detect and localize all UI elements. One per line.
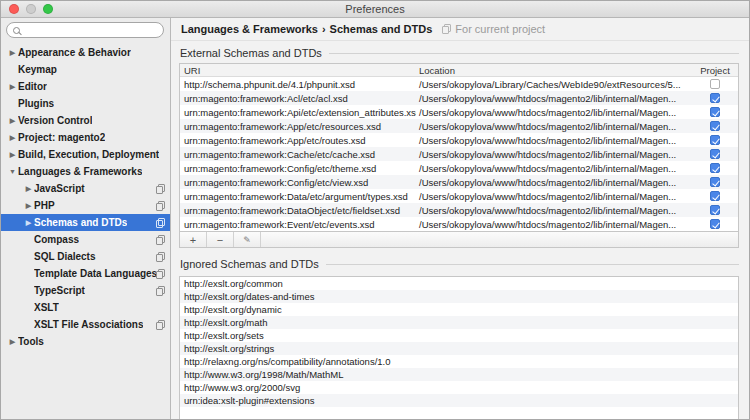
chevron-down-icon[interactable]: ▼	[7, 168, 18, 175]
sidebar-item-project-magento2[interactable]: ▶Project: magento2	[1, 129, 170, 146]
remove-button[interactable]: −	[207, 232, 234, 247]
table-row[interactable]: urn:magento:framework:App/etc/resources.…	[180, 119, 738, 133]
project-checkbox[interactable]	[710, 219, 720, 229]
chevron-right-icon[interactable]: ▶	[7, 83, 18, 91]
table-row[interactable]: urn:magento:framework:Cache/etc/cache.xs…	[180, 147, 738, 161]
ignored-item[interactable]: urn:idea:xslt-plugin#extensions	[180, 394, 738, 407]
sidebar-item-label: XSLT	[34, 302, 59, 313]
table-toolbar: + − ✎	[179, 232, 739, 248]
location-cell: /Users/okopylova/www/htdocs/magento2/lib…	[416, 149, 692, 160]
project-cell	[692, 205, 738, 215]
project-checkbox[interactable]	[710, 191, 720, 201]
sidebar-item-label: PHP	[34, 200, 55, 211]
sidebar-item-build-execution-deployment[interactable]: ▶Build, Execution, Deployment	[1, 146, 170, 163]
table-row[interactable]: urn:magento:framework:Config/etc/theme.x…	[180, 161, 738, 175]
chevron-right-icon[interactable]: ▶	[23, 185, 34, 193]
project-checkbox[interactable]	[710, 205, 720, 215]
chevron-right-icon[interactable]: ▶	[23, 202, 34, 210]
location-cell: /Users/okopylova/www/htdocs/magento2/lib…	[416, 219, 692, 230]
sidebar-item-plugins[interactable]: Plugins	[1, 95, 170, 112]
location-cell: /Users/okopylova/www/htdocs/magento2/lib…	[416, 121, 692, 132]
table-row[interactable]: urn:magento:framework:Config/etc/view.xs…	[180, 175, 738, 189]
project-checkbox[interactable]	[710, 107, 720, 117]
ignored-item[interactable]: http://exslt.org/dynamic	[180, 303, 738, 316]
project-cell	[692, 107, 738, 117]
sidebar-item-appearance-behavior[interactable]: ▶Appearance & Behavior	[1, 44, 170, 61]
chevron-right-icon[interactable]: ▶	[7, 117, 18, 125]
column-header-project[interactable]: Project	[692, 65, 738, 76]
uri-cell: urn:magento:framework:Config/etc/theme.x…	[180, 163, 416, 174]
project-checkbox[interactable]	[710, 79, 720, 89]
project-checkbox[interactable]	[710, 177, 720, 187]
ignored-item[interactable]: http://exslt.org/math	[180, 316, 738, 329]
sidebar-item-languages-frameworks[interactable]: ▼Languages & Frameworks	[1, 163, 170, 180]
chevron-right-icon[interactable]: ▶	[7, 134, 18, 142]
search-field[interactable]	[6, 22, 164, 38]
uri-cell: urn:magento:framework:App/etc/resources.…	[180, 121, 416, 132]
sidebar-item-template-data-languages[interactable]: Template Data Languages	[1, 265, 170, 282]
location-cell: /Users/okopylova/www/htdocs/magento2/lib…	[416, 93, 692, 104]
sidebar-item-schemas-and-dtds[interactable]: ▶Schemas and DTDs	[1, 214, 170, 231]
table-row[interactable]: urn:magento:framework:App/etc/routes.xsd…	[180, 133, 738, 147]
sidebar-item-sql-dialects[interactable]: SQL Dialects	[1, 248, 170, 265]
sidebar-item-javascript[interactable]: ▶JavaScript	[1, 180, 170, 197]
title-bar: Preferences	[1, 1, 749, 18]
chevron-right-icon[interactable]: ▶	[23, 219, 34, 227]
breadcrumb-parent: Languages & Frameworks	[181, 23, 318, 35]
sidebar-item-php[interactable]: ▶PHP	[1, 197, 170, 214]
chevron-right-icon[interactable]: ▶	[7, 151, 18, 159]
sidebar-item-label: Appearance & Behavior	[18, 47, 131, 58]
ignored-item[interactable]: http://exslt.org/strings	[180, 342, 738, 355]
ignored-item[interactable]: http://exslt.org/sets	[180, 329, 738, 342]
sidebar-item-label: Project: magento2	[18, 132, 105, 143]
search-icon	[13, 27, 20, 34]
project-checkbox[interactable]	[710, 93, 720, 103]
close-button[interactable]	[9, 4, 19, 14]
table-row[interactable]: urn:magento:framework:Event/etc/events.x…	[180, 217, 738, 231]
project-checkbox[interactable]	[710, 163, 720, 173]
sidebar-item-editor[interactable]: ▶Editor	[1, 78, 170, 95]
uri-cell: urn:magento:framework:Cache/etc/cache.xs…	[180, 149, 416, 160]
project-config-icon	[156, 235, 165, 245]
add-button[interactable]: +	[180, 232, 207, 247]
breadcrumb-separator: ›	[322, 23, 326, 35]
project-config-icon	[156, 184, 165, 194]
sidebar-item-label: Build, Execution, Deployment	[18, 149, 159, 160]
sidebar-item-xslt-file-associations[interactable]: XSLT File Associations	[1, 316, 170, 333]
ignored-item[interactable]: http://exslt.org/common	[180, 277, 738, 290]
ignored-item[interactable]: http://www.w3.org/1998/Math/MathML	[180, 368, 738, 381]
ignored-item[interactable]: http://www.w3.org/2000/svg	[180, 381, 738, 394]
sidebar-item-version-control[interactable]: ▶Version Control	[1, 112, 170, 129]
table-row[interactable]: urn:magento:framework:Acl/etc/acl.xsd/Us…	[180, 91, 738, 105]
ignored-item[interactable]: http://relaxng.org/ns/compatibility/anno…	[180, 355, 738, 368]
project-config-icon	[156, 201, 165, 211]
sidebar-item-xslt[interactable]: XSLT	[1, 299, 170, 316]
column-header-location[interactable]: Location	[416, 65, 692, 76]
sidebar-item-label: Version Control	[18, 115, 92, 126]
search-input[interactable]	[23, 25, 157, 36]
table-row[interactable]: urn:magento:framework:DataObject/etc/fie…	[180, 203, 738, 217]
page-title: Schemas and DTDs	[330, 23, 433, 35]
sidebar-item-compass[interactable]: Compass	[1, 231, 170, 248]
project-checkbox[interactable]	[710, 135, 720, 145]
sidebar-item-keymap[interactable]: Keymap	[1, 61, 170, 78]
zoom-button[interactable]	[43, 4, 53, 14]
project-checkbox[interactable]	[710, 149, 720, 159]
sidebar-item-tools[interactable]: ▶Tools	[1, 333, 170, 350]
edit-icon[interactable]: ✎	[234, 232, 261, 247]
chevron-right-icon[interactable]: ▶	[7, 49, 18, 57]
ignored-schemas-list: http://exslt.org/commonhttp://exslt.org/…	[179, 276, 739, 419]
sidebar-item-typescript[interactable]: TypeScript	[1, 282, 170, 299]
project-checkbox[interactable]	[710, 121, 720, 131]
column-header-uri[interactable]: URI	[180, 65, 416, 76]
ignored-item[interactable]: http://exslt.org/dates-and-times	[180, 290, 738, 303]
uri-cell: http://schema.phpunit.de/4.1/phpunit.xsd	[180, 79, 416, 90]
minimize-button[interactable]	[26, 4, 36, 14]
table-header: URI Location Project	[180, 64, 738, 77]
table-row[interactable]: urn:magento:framework:Api/etc/extension_…	[180, 105, 738, 119]
section-divider	[326, 264, 739, 265]
table-row[interactable]: http://schema.phpunit.de/4.1/phpunit.xsd…	[180, 77, 738, 91]
table-row[interactable]: urn:magento:framework:Data/etc/argument/…	[180, 189, 738, 203]
sidebar-item-label: TypeScript	[34, 285, 85, 296]
chevron-right-icon[interactable]: ▶	[7, 338, 18, 346]
